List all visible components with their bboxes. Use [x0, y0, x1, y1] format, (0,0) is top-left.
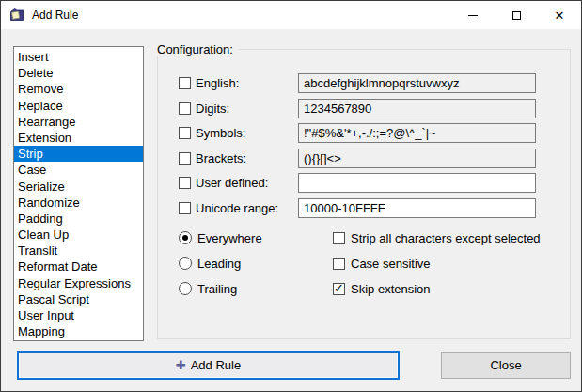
rule-item-serialize[interactable]: Serialize: [14, 179, 143, 195]
window-title: Add Rule: [32, 8, 78, 22]
maximize-icon: [512, 11, 521, 20]
case-sensitive-label: Case sensitive: [351, 257, 431, 271]
symbols-field[interactable]: [298, 123, 536, 143]
symbols-label: Symbols:: [196, 126, 298, 140]
close-icon: ✕: [555, 9, 565, 22]
brackets-checkbox[interactable]: [179, 152, 191, 165]
add-rule-button[interactable]: ✚ Add Rule: [17, 351, 400, 380]
add-rule-dialog: Add Rule ✕ Insert Delete Remove Replace …: [0, 0, 582, 392]
row-brackets: Brackets:: [179, 149, 536, 168]
symbols-checkbox[interactable]: [179, 127, 191, 139]
close-window-button[interactable]: ✕: [538, 1, 581, 29]
unicode-range-checkbox[interactable]: [179, 202, 191, 214]
english-field[interactable]: [298, 73, 536, 93]
radio-row-leading[interactable]: Leading: [179, 256, 262, 271]
row-unicode-range: Unicode range:: [179, 198, 536, 218]
brackets-field[interactable]: [298, 149, 536, 168]
option-row-skip-extension[interactable]: Skip extension: [333, 281, 541, 296]
leading-radio[interactable]: [179, 257, 192, 270]
configuration-group: Configuration: English: Digits: Symbols:…: [157, 49, 571, 339]
rule-item-pascal-script[interactable]: Pascal Script: [14, 291, 143, 307]
rule-item-insert[interactable]: Insert: [14, 49, 143, 65]
rule-item-delete[interactable]: Delete: [14, 65, 143, 81]
close-label: Close: [490, 358, 521, 372]
rule-item-reformat-date[interactable]: Reformat Date: [14, 259, 143, 274]
rule-item-clean-up[interactable]: Clean Up: [14, 227, 143, 243]
rule-item-replace[interactable]: Replace: [14, 98, 143, 114]
rule-item-randomize[interactable]: Randomize: [14, 195, 143, 211]
skip-extension-checkbox[interactable]: [333, 283, 345, 295]
minimize-icon: [468, 15, 478, 16]
trailing-radio[interactable]: [179, 282, 192, 295]
user-defined-label: User defined:: [196, 176, 298, 190]
everywhere-label: Everywhere: [197, 231, 262, 245]
strip-all-checkbox[interactable]: [333, 232, 345, 244]
option-row-case-sensitive[interactable]: Case sensitive: [333, 256, 541, 271]
rule-item-mapping[interactable]: Mapping: [14, 323, 143, 339]
configuration-label: Configuration:: [157, 42, 238, 56]
rule-item-regular-expressions[interactable]: Regular Expressions: [14, 275, 143, 291]
skip-extension-label: Skip extension: [351, 282, 431, 296]
close-button[interactable]: Close: [441, 352, 571, 379]
rule-item-rearrange[interactable]: Rearrange: [14, 114, 143, 130]
radio-row-everywhere[interactable]: Everywhere: [179, 230, 262, 245]
brackets-label: Brackets:: [196, 151, 298, 165]
leading-label: Leading: [197, 257, 241, 271]
row-english: English:: [179, 73, 536, 93]
english-checkbox[interactable]: [179, 77, 191, 89]
user-defined-checkbox[interactable]: [179, 177, 191, 189]
row-user-defined: User defined:: [179, 173, 536, 193]
plus-icon: ✚: [176, 358, 186, 372]
rule-item-case[interactable]: Case: [14, 162, 143, 178]
rule-item-extension[interactable]: Extension: [14, 130, 143, 146]
row-digits: Digits:: [179, 99, 536, 118]
rule-type-list[interactable]: Insert Delete Remove Replace Rearrange E…: [13, 46, 144, 341]
rule-item-strip[interactable]: Strip: [14, 146, 143, 162]
rule-item-user-input[interactable]: User Input: [14, 307, 143, 323]
digits-label: Digits:: [196, 102, 298, 116]
unicode-range-label: Unicode range:: [196, 201, 298, 215]
trailing-label: Trailing: [197, 282, 237, 296]
user-defined-field[interactable]: [298, 173, 536, 193]
title-bar[interactable]: Add Rule ✕: [1, 1, 581, 29]
strip-all-label: Strip all characters except selected: [351, 231, 541, 245]
rule-item-translit[interactable]: Translit: [14, 243, 143, 259]
row-symbols: Symbols:: [179, 123, 536, 143]
digits-field[interactable]: [298, 99, 536, 118]
minimize-button[interactable]: [451, 1, 495, 29]
rule-item-padding[interactable]: Padding: [14, 211, 143, 227]
case-sensitive-checkbox[interactable]: [333, 258, 345, 270]
rule-item-remove[interactable]: Remove: [14, 81, 143, 97]
everywhere-radio[interactable]: [179, 231, 192, 244]
unicode-range-field[interactable]: [298, 198, 536, 218]
option-row-strip-all[interactable]: Strip all characters except selected: [333, 230, 541, 245]
digits-checkbox[interactable]: [179, 102, 191, 115]
radio-row-trailing[interactable]: Trailing: [179, 281, 262, 296]
maximize-button[interactable]: [495, 1, 538, 29]
add-rule-label: Add Rule: [191, 358, 241, 372]
english-label: English:: [196, 76, 298, 90]
app-icon: [9, 8, 24, 23]
